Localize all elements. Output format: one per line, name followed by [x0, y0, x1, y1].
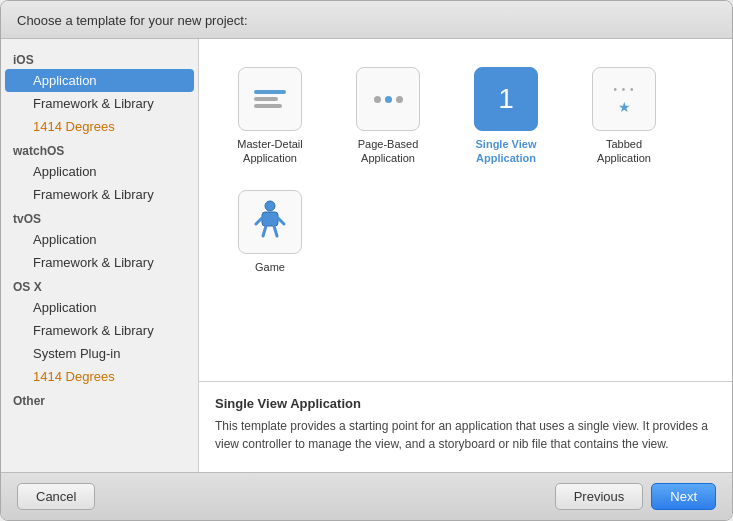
description-text: This template provides a starting point … — [215, 417, 716, 453]
sidebar-item-osx-1414[interactable]: 1414 Degrees — [5, 365, 194, 388]
sidebar-section-os-x: OS X — [1, 274, 198, 296]
svg-line-3 — [278, 218, 284, 224]
sidebar-item-tv-application[interactable]: Application — [5, 228, 194, 251]
sidebar-section-watchos: watchOS — [1, 138, 198, 160]
description-area: Single View Application This template pr… — [199, 382, 732, 472]
sidebar-item-osx-plugin[interactable]: System Plug-in — [5, 342, 194, 365]
sidebar: iOSApplicationFramework & Library1414 De… — [1, 39, 199, 472]
sidebar-item-osx-framework[interactable]: Framework & Library — [5, 319, 194, 342]
template-label-tabbed: Tabbed Application — [597, 137, 651, 166]
description-title: Single View Application — [215, 396, 716, 411]
svg-line-2 — [256, 218, 262, 224]
template-label-game: Game — [255, 260, 285, 274]
sidebar-item-watch-application[interactable]: Application — [5, 160, 194, 183]
master-detail-icon — [248, 84, 292, 114]
svg-line-4 — [263, 226, 266, 236]
sidebar-section-tvos: tvOS — [1, 206, 198, 228]
template-icon-game — [238, 190, 302, 254]
page-based-icon — [374, 96, 403, 103]
nav-buttons: Previous Next — [555, 483, 716, 510]
sidebar-section-ios: iOS — [1, 47, 198, 69]
previous-button[interactable]: Previous — [555, 483, 644, 510]
svg-line-5 — [274, 226, 277, 236]
game-icon — [250, 198, 290, 245]
sidebar-section-other: Other — [1, 388, 198, 410]
single-view-icon: 1 — [498, 83, 514, 115]
dialog: Choose a template for your new project: … — [0, 0, 733, 521]
template-icon-single-view: 1 — [474, 67, 538, 131]
sidebar-item-watch-framework[interactable]: Framework & Library — [5, 183, 194, 206]
sidebar-item-ios-1414[interactable]: 1414 Degrees — [5, 115, 194, 138]
dialog-body: iOSApplicationFramework & Library1414 De… — [1, 39, 732, 472]
sidebar-item-ios-application[interactable]: Application — [5, 69, 194, 92]
dialog-header: Choose a template for your new project: — [1, 1, 732, 39]
template-label-single-view: Single View Application — [476, 137, 537, 166]
cancel-button[interactable]: Cancel — [17, 483, 95, 510]
sidebar-item-osx-application[interactable]: Application — [5, 296, 194, 319]
svg-rect-1 — [262, 212, 278, 226]
template-page-based[interactable]: Page-Based Application — [333, 59, 443, 174]
template-game[interactable]: Game — [215, 182, 325, 282]
template-icon-tabbed: • • •★ — [592, 67, 656, 131]
template-master-detail[interactable]: Master-Detail Application — [215, 59, 325, 174]
header-title: Choose a template for your new project: — [17, 13, 248, 28]
template-icon-master-detail — [238, 67, 302, 131]
template-label-page-based: Page-Based Application — [358, 137, 419, 166]
templates-grid: Master-Detail ApplicationPage-Based Appl… — [199, 39, 732, 382]
template-single-view[interactable]: 1Single View Application — [451, 59, 561, 174]
tabbed-icon: • • •★ — [613, 84, 634, 115]
next-button[interactable]: Next — [651, 483, 716, 510]
template-icon-page-based — [356, 67, 420, 131]
template-tabbed[interactable]: • • •★Tabbed Application — [569, 59, 679, 174]
svg-point-0 — [265, 201, 275, 211]
sidebar-item-ios-framework[interactable]: Framework & Library — [5, 92, 194, 115]
sidebar-item-tv-framework[interactable]: Framework & Library — [5, 251, 194, 274]
content-area: Master-Detail ApplicationPage-Based Appl… — [199, 39, 732, 472]
dialog-footer: Cancel Previous Next — [1, 472, 732, 520]
template-label-master-detail: Master-Detail Application — [237, 137, 302, 166]
